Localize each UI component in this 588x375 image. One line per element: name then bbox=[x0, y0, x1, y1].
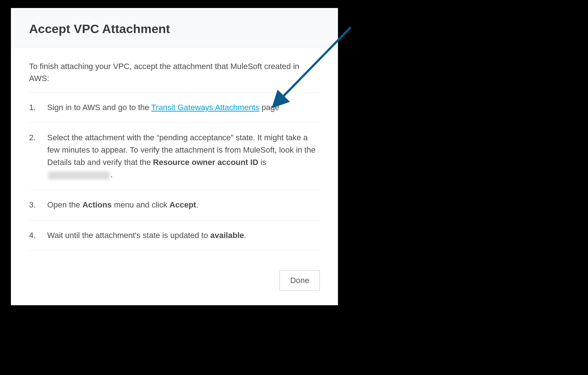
step-text: Open the bbox=[47, 200, 82, 209]
actions-menu-label: Actions bbox=[82, 200, 112, 209]
step-body: Wait until the attachment's state is upd… bbox=[47, 229, 320, 242]
transit-gateways-attachments-link[interactable]: Transit Gateways Attachments bbox=[151, 103, 259, 112]
step-text: . bbox=[244, 231, 246, 240]
dialog-body: To finish attaching your VPC, accept the… bbox=[11, 48, 338, 259]
step-text: page bbox=[259, 103, 279, 112]
dialog-title: Accept VPC Attachment bbox=[29, 22, 320, 36]
step-text: Sign in to AWS and go to the bbox=[47, 103, 151, 112]
step-2: 2. Select the attachment with the “pendi… bbox=[29, 123, 320, 190]
step-text: menu and click bbox=[112, 200, 169, 209]
step-1: 1. Sign in to AWS and go to the Transit … bbox=[29, 93, 320, 123]
step-text: Wait until the attachment's state is upd… bbox=[47, 231, 210, 240]
done-button[interactable]: Done bbox=[279, 270, 320, 291]
step-number: 3. bbox=[29, 199, 47, 211]
intro-text: To finish attaching your VPC, accept the… bbox=[29, 60, 320, 93]
step-text: is bbox=[258, 158, 266, 167]
accept-vpc-attachment-dialog: Accept VPC Attachment To finish attachin… bbox=[11, 8, 338, 305]
available-state-label: available bbox=[210, 231, 244, 240]
step-body: Select the attachment with the “pending … bbox=[47, 132, 320, 181]
step-text: . bbox=[196, 200, 198, 209]
dialog-header: Accept VPC Attachment bbox=[11, 8, 338, 48]
resource-owner-label: Resource owner account ID bbox=[153, 158, 258, 167]
step-3: 3. Open the Actions menu and click Accep… bbox=[29, 190, 320, 220]
redacted-account-id bbox=[48, 172, 110, 180]
step-body: Open the Actions menu and click Accept. bbox=[47, 199, 320, 211]
step-number: 2. bbox=[29, 132, 47, 181]
step-number: 4. bbox=[29, 229, 47, 242]
step-text: . bbox=[110, 170, 113, 179]
step-4: 4. Wait until the attachment's state is … bbox=[29, 221, 320, 251]
step-body: Sign in to AWS and go to the Transit Gat… bbox=[47, 101, 320, 114]
step-number: 1. bbox=[29, 101, 47, 114]
dialog-footer: Done bbox=[11, 259, 338, 305]
accept-label: Accept bbox=[169, 200, 196, 209]
